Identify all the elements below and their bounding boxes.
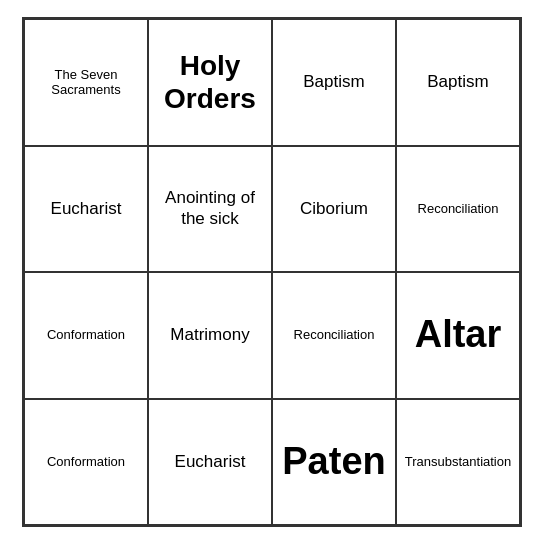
cell-text-r3c3: Transubstantiation (405, 454, 511, 470)
cell-text-r2c0: Conformation (47, 327, 125, 343)
cell-text-r3c2: Paten (282, 439, 385, 485)
cell-text-r0c1: Holy Orders (155, 49, 265, 116)
bingo-cell-r0c1: Holy Orders (148, 19, 272, 146)
bingo-cell-r3c3: Transubstantiation (396, 399, 520, 526)
cell-text-r3c1: Eucharist (175, 452, 246, 472)
bingo-cell-r0c3: Baptism (396, 19, 520, 146)
cell-text-r2c1: Matrimony (170, 325, 249, 345)
bingo-cell-r3c1: Eucharist (148, 399, 272, 526)
cell-text-r1c0: Eucharist (51, 199, 122, 219)
bingo-cell-r1c3: Reconciliation (396, 146, 520, 273)
bingo-cell-r0c2: Baptism (272, 19, 396, 146)
bingo-cell-r1c2: Ciborium (272, 146, 396, 273)
cell-text-r3c0: Conformation (47, 454, 125, 470)
bingo-card: The Seven SacramentsHoly OrdersBaptismBa… (22, 17, 522, 527)
cell-text-r1c2: Ciborium (300, 199, 368, 219)
bingo-cell-r1c1: Anointing of the sick (148, 146, 272, 273)
bingo-cell-r3c2: Paten (272, 399, 396, 526)
cell-text-r2c2: Reconciliation (294, 327, 375, 343)
bingo-cell-r1c0: Eucharist (24, 146, 148, 273)
bingo-grid: The Seven SacramentsHoly OrdersBaptismBa… (24, 19, 520, 525)
bingo-cell-r2c1: Matrimony (148, 272, 272, 399)
bingo-cell-r2c3: Altar (396, 272, 520, 399)
cell-text-r0c3: Baptism (427, 72, 488, 92)
bingo-cell-r2c0: Conformation (24, 272, 148, 399)
cell-text-r1c3: Reconciliation (418, 201, 499, 217)
bingo-cell-r2c2: Reconciliation (272, 272, 396, 399)
cell-text-r0c2: Baptism (303, 72, 364, 92)
bingo-cell-r0c0: The Seven Sacraments (24, 19, 148, 146)
bingo-cell-r3c0: Conformation (24, 399, 148, 526)
cell-text-r2c3: Altar (415, 312, 502, 358)
cell-text-r0c0: The Seven Sacraments (31, 67, 141, 98)
cell-text-r1c1: Anointing of the sick (155, 188, 265, 229)
